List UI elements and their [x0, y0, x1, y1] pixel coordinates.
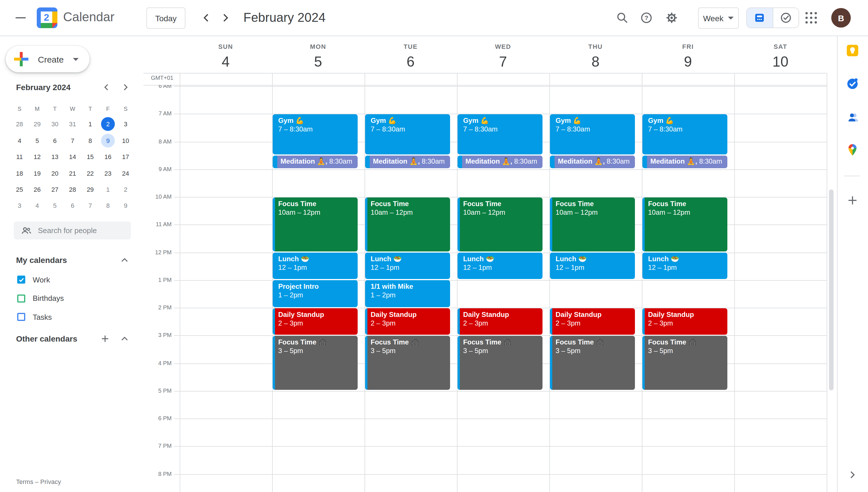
event-chip-focus-time-pm[interactable]: Focus Time 🎧3 – 5pm — [272, 336, 357, 390]
event-chip-focus-time-am[interactable]: Focus Time10am – 12pm — [272, 197, 357, 251]
event-chip-meditation[interactable]: Meditation 🧘, 8:30am — [365, 155, 450, 168]
mini-calendar-day[interactable]: 28 — [64, 181, 81, 197]
keep-button[interactable] — [842, 40, 863, 61]
event-chip-meditation[interactable]: Meditation 🧘, 8:30am — [642, 155, 727, 168]
event-chip-focus-time-pm[interactable]: Focus Time 🎧3 – 5pm — [365, 336, 450, 390]
event-chip-daily-standup[interactable]: Daily Standup2 – 3pm — [365, 308, 450, 335]
mini-calendar-day[interactable]: 25 — [10, 181, 28, 197]
event-chip-lunch[interactable]: Lunch 🥗12 – 1pm — [365, 253, 450, 279]
event-chip-daily-standup[interactable]: Daily Standup2 – 3pm — [642, 308, 727, 335]
event-chip-gym[interactable]: Gym 💪7 – 8:30am — [457, 114, 542, 155]
day-number[interactable]: 8 — [549, 53, 642, 70]
mini-calendar-day[interactable]: 3 — [117, 116, 134, 132]
day-number[interactable]: 5 — [272, 53, 364, 70]
event-chip-lunch[interactable]: Lunch 🥗12 – 1pm — [642, 253, 727, 279]
my-calendars-collapse-button[interactable] — [116, 251, 133, 269]
mini-calendar-day[interactable]: 2 — [99, 116, 117, 132]
event-chip-project-intro[interactable]: Project Intro1 – 2pm — [272, 280, 357, 307]
tasks-button[interactable] — [842, 73, 863, 94]
event-chip-meditation[interactable]: Meditation 🧘, 8:30am — [272, 155, 357, 168]
today-button[interactable]: Today — [146, 7, 185, 29]
mini-calendar-next-button[interactable] — [117, 79, 133, 95]
day-number[interactable]: 10 — [734, 53, 827, 70]
time-grid-scrollbar[interactable] — [829, 190, 834, 390]
calendar-list-item-birthdays[interactable]: Birthdays — [0, 290, 138, 306]
mini-calendar-day[interactable]: 2 — [117, 181, 134, 197]
event-chip-gym[interactable]: Gym 💪7 – 8:30am — [365, 114, 450, 155]
show-side-panel-button[interactable] — [842, 464, 863, 485]
day-header-wed[interactable]: WED7 — [457, 43, 549, 70]
view-selector-dropdown[interactable]: Week — [698, 7, 739, 29]
day-number[interactable]: 6 — [364, 53, 457, 70]
mini-calendar-day[interactable]: 23 — [99, 165, 117, 181]
event-chip-gym[interactable]: Gym 💪7 – 8:30am — [550, 114, 635, 155]
calendar-checkbox[interactable] — [17, 275, 25, 284]
mini-calendar-day[interactable]: 5 — [28, 132, 46, 148]
mini-calendar-day[interactable]: 6 — [64, 198, 81, 214]
create-button[interactable]: Create — [6, 46, 90, 72]
day-header-mon[interactable]: MON5 — [272, 43, 364, 70]
calendar-list-item-tasks[interactable]: Tasks — [0, 309, 138, 325]
mini-calendar-day[interactable]: 13 — [46, 149, 64, 165]
google-apps-button[interactable] — [800, 6, 823, 29]
search-button[interactable] — [611, 6, 634, 29]
calendar-list-item-work[interactable]: Work — [0, 272, 138, 288]
mini-calendar-day[interactable]: 5 — [46, 198, 64, 214]
mini-calendar-day[interactable]: 22 — [81, 165, 99, 181]
mini-calendar-day[interactable]: 11 — [10, 149, 28, 165]
event-chip-focus-time-am[interactable]: Focus Time10am – 12pm — [365, 197, 450, 251]
add-other-calendars-button[interactable] — [96, 330, 114, 347]
search-people-field[interactable]: Search for people — [14, 222, 131, 239]
day-header-sun[interactable]: SUN4 — [179, 43, 272, 70]
day-header-fri[interactable]: FRI9 — [642, 43, 734, 70]
mini-calendar-day[interactable]: 4 — [28, 198, 46, 214]
mini-calendar-day[interactable]: 15 — [81, 149, 99, 165]
mini-calendar-day[interactable]: 16 — [99, 149, 117, 165]
day-number[interactable]: 4 — [179, 53, 272, 70]
day-header-tue[interactable]: TUE6 — [364, 43, 457, 70]
mini-calendar-day[interactable]: 26 — [28, 181, 46, 197]
support-button[interactable]: ? — [635, 6, 658, 29]
account-avatar[interactable]: B — [831, 8, 851, 28]
event-chip-gym[interactable]: Gym 💪7 – 8:30am — [642, 114, 727, 155]
mini-calendar-day[interactable]: 3 — [10, 198, 28, 214]
mini-calendar-day[interactable]: 18 — [10, 165, 28, 181]
mini-calendar-day[interactable]: 24 — [117, 165, 134, 181]
event-chip-lunch[interactable]: Lunch 🥗12 – 1pm — [457, 253, 542, 279]
event-chip-gym[interactable]: Gym 💪7 – 8:30am — [272, 114, 357, 155]
mini-calendar-day[interactable]: 7 — [81, 198, 99, 214]
event-chip-focus-time-am[interactable]: Focus Time10am – 12pm — [642, 197, 727, 251]
mini-calendar-day[interactable]: 29 — [28, 116, 46, 132]
event-chip-lunch[interactable]: Lunch 🥗12 – 1pm — [272, 253, 357, 279]
calendar-view-toggle-button[interactable] — [747, 8, 772, 28]
mini-calendar-day[interactable]: 4 — [10, 132, 28, 148]
event-chip-focus-time-am[interactable]: Focus Time10am – 12pm — [457, 197, 542, 251]
mini-calendar-day[interactable]: 29 — [81, 181, 99, 197]
next-week-button[interactable] — [214, 6, 237, 29]
mini-calendar-day[interactable]: 8 — [99, 198, 117, 214]
event-chip-daily-standup[interactable]: Daily Standup2 – 3pm — [457, 308, 542, 335]
mini-calendar-day[interactable]: 7 — [64, 132, 81, 148]
event-chip-daily-standup[interactable]: Daily Standup2 – 3pm — [272, 308, 357, 335]
day-header-sat[interactable]: SAT10 — [734, 43, 827, 70]
calendar-checkbox[interactable] — [17, 313, 25, 321]
event-chip-focus-time-pm[interactable]: Focus Time 🎧3 – 5pm — [642, 336, 727, 390]
event-chip-focus-time-am[interactable]: Focus Time10am – 12pm — [550, 197, 635, 251]
calendar-checkbox[interactable] — [17, 294, 25, 302]
mini-calendar-day[interactable]: 9 — [99, 132, 117, 148]
mini-calendar-day[interactable]: 12 — [28, 149, 46, 165]
event-chip-meditation[interactable]: Meditation 🧘, 8:30am — [550, 155, 635, 168]
event-chip-one-on-one-mike[interactable]: 1/1 with Mike1 – 2pm — [365, 280, 450, 307]
mini-calendar-prev-button[interactable] — [99, 79, 115, 95]
day-header-thu[interactable]: THU8 — [549, 43, 642, 70]
mini-calendar-day[interactable]: 10 — [117, 132, 134, 148]
mini-calendar-day[interactable]: 1 — [81, 116, 99, 132]
maps-button[interactable] — [842, 140, 863, 160]
event-chip-daily-standup[interactable]: Daily Standup2 – 3pm — [550, 308, 635, 335]
mini-calendar-day[interactable]: 14 — [64, 149, 81, 165]
settings-button[interactable] — [660, 6, 683, 29]
mini-calendar-day[interactable]: 8 — [81, 132, 99, 148]
mini-calendar-day[interactable]: 30 — [46, 116, 64, 132]
terms-privacy-links[interactable]: Terms – Privacy — [16, 478, 61, 485]
event-chip-focus-time-pm[interactable]: Focus Time 🎧3 – 5pm — [457, 336, 542, 390]
